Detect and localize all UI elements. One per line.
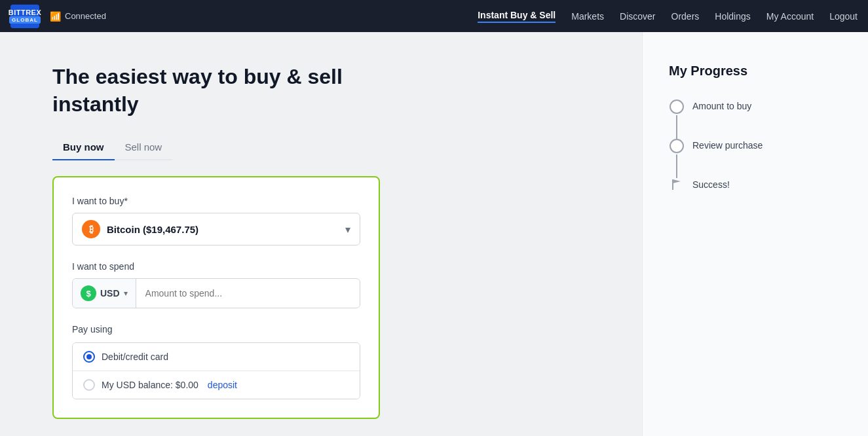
logo-box: BITTREX GLOBAL xyxy=(10,5,39,28)
bitcoin-icon: ₿ xyxy=(82,220,100,238)
connection-status: 📶 Connected xyxy=(50,11,106,22)
coin-selector[interactable]: ₿ Bitcoin ($19,467.75) ▾ xyxy=(72,213,360,245)
selected-coin-text: Bitcoin ($19,467.75) xyxy=(107,224,198,235)
buy-sell-tabs: Buy now Sell now xyxy=(52,136,172,160)
nav-markets[interactable]: Markets xyxy=(571,11,604,22)
spend-row: $ USD ▾ xyxy=(72,278,360,308)
currency-text: USD xyxy=(100,288,120,299)
main-layout: The easiest way to buy & sell instantly … xyxy=(0,32,868,436)
progress-steps: Amount to buy Review purchase xyxy=(669,100,842,191)
deposit-link[interactable]: deposit xyxy=(208,380,237,390)
pay-options: Debit/credit card My USD balance: $0.00 … xyxy=(72,342,360,399)
radio-debit-card[interactable] xyxy=(83,351,95,363)
progress-step-2: Review purchase xyxy=(669,139,842,178)
buy-form-card: I want to buy* ₿ Bitcoin ($19,467.75) ▾ … xyxy=(52,176,380,419)
logo-top-text: BITTREX xyxy=(9,9,42,16)
spend-field-label: I want to spend xyxy=(72,261,360,272)
right-panel: My Progress Amount to buy Review purchas… xyxy=(642,32,868,436)
logo-bottom-text: GLOBAL xyxy=(9,16,41,24)
step-2-circle xyxy=(670,139,684,153)
page-heading: The easiest way to buy & sell instantly xyxy=(52,64,590,118)
connected-label: Connected xyxy=(65,11,106,21)
pay-option-balance-label: My USD balance: $0.00 xyxy=(102,380,198,390)
progress-step-3: Success! xyxy=(669,178,842,191)
nav-holdings[interactable]: Holdings xyxy=(715,11,750,22)
step-1-label: Amount to buy xyxy=(692,100,751,111)
step-3-indicator xyxy=(669,178,685,191)
usd-icon: $ xyxy=(81,285,96,301)
radio-usd-balance[interactable] xyxy=(83,379,95,391)
main-nav: Instant Buy & Sell Markets Discover Orde… xyxy=(478,10,858,23)
step-1-line xyxy=(676,115,677,139)
buy-field-label: I want to buy* xyxy=(72,196,360,206)
pay-section-label: Pay using xyxy=(72,324,360,335)
flag-icon xyxy=(670,178,684,191)
step-1-indicator xyxy=(669,100,685,139)
step-3-label: Success! xyxy=(692,178,730,190)
header: BITTREX GLOBAL 📶 Connected Instant Buy &… xyxy=(0,0,868,32)
nav-my-account[interactable]: My Account xyxy=(766,11,814,22)
step-2-indicator xyxy=(669,139,685,178)
step-2-line xyxy=(676,154,677,178)
currency-selector[interactable]: $ USD ▾ xyxy=(73,279,136,308)
currency-chevron-icon: ▾ xyxy=(124,289,128,298)
left-panel: The easiest way to buy & sell instantly … xyxy=(0,32,642,436)
coin-chevron-icon: ▾ xyxy=(345,223,350,236)
spend-amount-input[interactable] xyxy=(136,282,360,305)
wifi-icon: 📶 xyxy=(50,11,61,22)
nav-logout[interactable]: Logout xyxy=(829,11,858,22)
step-1-circle xyxy=(670,100,684,114)
nav-orders[interactable]: Orders xyxy=(671,11,700,22)
logo: BITTREX GLOBAL xyxy=(10,5,39,28)
pay-option-balance[interactable]: My USD balance: $0.00 deposit xyxy=(73,371,360,399)
step-2-label: Review purchase xyxy=(692,139,763,151)
nav-instant-buy-sell[interactable]: Instant Buy & Sell xyxy=(478,10,556,23)
pay-option-card-label: Debit/credit card xyxy=(102,352,168,362)
nav-discover[interactable]: Discover xyxy=(620,11,655,22)
tab-buy-now[interactable]: Buy now xyxy=(52,136,115,160)
tab-sell-now[interactable]: Sell now xyxy=(115,136,173,160)
progress-title: My Progress xyxy=(669,64,842,79)
coin-selector-left: ₿ Bitcoin ($19,467.75) xyxy=(82,220,198,238)
progress-step-1: Amount to buy xyxy=(669,100,842,139)
pay-option-card[interactable]: Debit/credit card xyxy=(73,343,360,371)
